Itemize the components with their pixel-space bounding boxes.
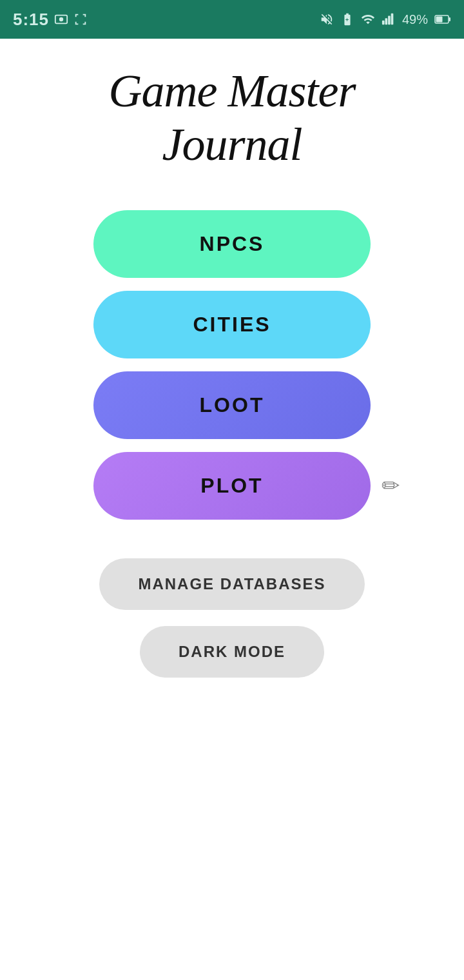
cities-row: CITIES	[26, 291, 438, 358]
svg-rect-4	[388, 16, 391, 25]
svg-rect-5	[391, 14, 394, 24]
svg-rect-8	[436, 17, 443, 23]
manage-databases-button[interactable]: MANAGE DATABASES	[99, 558, 364, 610]
signal-icon	[382, 12, 396, 26]
main-buttons-container: NPCS CITIES LOOT PLOT ✏	[26, 210, 438, 520]
svg-rect-3	[385, 18, 387, 24]
secondary-buttons-container: MANAGE DATABASES DARK MODE	[99, 558, 364, 678]
npcs-row: NPCS	[26, 210, 438, 278]
screenshot-icon	[73, 12, 88, 26]
svg-rect-2	[382, 21, 385, 24]
svg-point-1	[59, 17, 63, 21]
status-bar-right: 49%	[320, 12, 451, 27]
status-bar-left: 5:15	[13, 10, 88, 30]
npcs-button[interactable]: NPCS	[93, 210, 371, 278]
app-title: Game Master Journal	[109, 64, 356, 172]
plot-button[interactable]: PLOT	[93, 452, 371, 520]
loot-button[interactable]: LOOT	[93, 371, 371, 439]
cities-button[interactable]: CITIES	[93, 291, 371, 358]
app-title-line2: Journal	[162, 119, 302, 170]
battery-percent: 49%	[402, 12, 428, 27]
wifi-icon	[361, 12, 375, 26]
mute-icon	[320, 12, 334, 26]
app-title-line1: Game Master	[109, 65, 356, 117]
battery-saver-icon	[340, 12, 354, 26]
status-bar: 5:15 49%	[0, 0, 464, 39]
edit-icon[interactable]: ✏	[382, 473, 400, 498]
status-time: 5:15	[13, 10, 49, 30]
photo-icon	[54, 12, 68, 26]
battery-icon	[434, 12, 451, 26]
main-content: Game Master Journal NPCS CITIES LOOT PLO…	[0, 39, 464, 980]
loot-row: LOOT	[26, 371, 438, 439]
svg-rect-7	[449, 17, 451, 21]
dark-mode-button[interactable]: DARK MODE	[140, 626, 324, 678]
plot-row: PLOT ✏	[26, 452, 438, 520]
